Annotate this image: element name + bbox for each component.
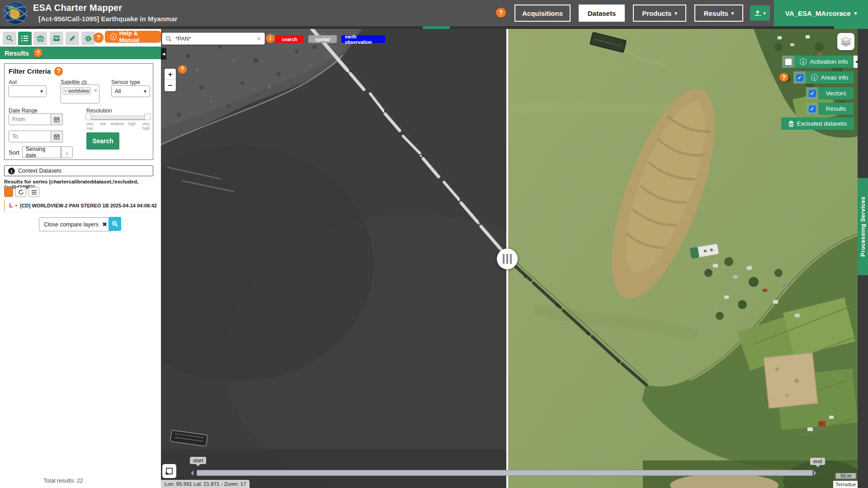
activation-info-button[interactable]: iActivation info <box>794 56 854 68</box>
resolution-ticks: very low low medium high very high <box>84 122 152 131</box>
sort-value: Sensing date <box>26 146 57 159</box>
resolution-track[interactable] <box>86 115 150 120</box>
zoom-out-button[interactable]: − <box>165 80 176 91</box>
map-attribution[interactable]: Terradue <box>833 481 858 488</box>
nav-acquisitions-button[interactable]: Acquisitions <box>514 5 571 22</box>
info-icon: i <box>8 168 15 174</box>
filter-title-label: Filter Criteria <box>9 67 51 75</box>
zoom-in-button[interactable]: + <box>165 69 176 80</box>
tab-settings[interactable] <box>81 32 95 45</box>
clear-tags-icon[interactable]: ✕ <box>94 88 98 94</box>
time-range-slider[interactable] <box>197 470 813 476</box>
satellite-tag[interactable]: ×worldview <box>62 87 91 94</box>
map-viewport[interactable]: ◀ ✕ i search spatial earth observation +… <box>161 29 858 488</box>
clear-search-icon[interactable]: ✕ <box>256 35 261 42</box>
toolbar-help-icon[interactable]: ? <box>94 33 104 42</box>
tab-basket[interactable] <box>33 32 47 45</box>
results-panel-title: Results <box>5 49 29 57</box>
nav-results-button[interactable]: Results▾ <box>694 5 743 22</box>
hamburger-icon <box>31 190 37 195</box>
date-to-input[interactable] <box>9 131 51 142</box>
map-search-input[interactable] <box>175 35 254 42</box>
tab-search[interactable] <box>3 32 16 45</box>
loading-segment <box>423 26 450 29</box>
excluded-datasets-button[interactable]: Excluded datasets <box>781 117 854 130</box>
context-datasets-button[interactable]: i Context Datasets <box>4 165 153 176</box>
panel-collapse-button[interactable]: ◀ <box>854 56 858 68</box>
header-help-icon[interactable]: ? <box>496 8 506 18</box>
close-compare-layers-button[interactable]: Close compare layers ✖ <box>39 217 112 231</box>
close-compare-label: Close compare layers <box>44 221 99 228</box>
areas-checkbox-wrap: ✓ <box>793 71 806 84</box>
badge-spatial[interactable]: spatial <box>308 35 337 43</box>
sensor-type-select[interactable]: All▾ <box>111 85 150 97</box>
sidebar-collapse-button[interactable]: ◀ <box>161 48 166 60</box>
color-satellite-image <box>507 29 858 488</box>
arrow-down-icon: ↓ <box>66 149 69 156</box>
slider-left-arrow[interactable] <box>191 470 193 476</box>
resolution-slider[interactable] <box>86 115 150 120</box>
vectors-button[interactable]: Vectors <box>818 87 854 99</box>
badge-earth-observation[interactable]: earth observation <box>341 35 385 43</box>
slider-right-arrow[interactable] <box>814 470 816 476</box>
activation-info-checkbox[interactable] <box>785 58 792 66</box>
layers-button[interactable] <box>837 33 854 50</box>
search-info-icon[interactable]: i <box>266 34 275 43</box>
nav-products-button[interactable]: Products▾ <box>633 5 686 22</box>
results-panel-header: Results ? <box>0 47 161 59</box>
date-from-input[interactable] <box>9 113 51 125</box>
processing-services-tab[interactable]: Processing Services <box>858 178 868 275</box>
result-title: [CD] WORLDVIEW-2 PAN STEREO 1B 2025-04-1… <box>20 203 157 208</box>
map-help-icon[interactable]: ? <box>178 65 187 74</box>
results-layer-button[interactable]: Results <box>818 103 854 115</box>
help-manual-button[interactable]: i Help & Manual <box>105 31 161 42</box>
app-title: ESA Charter Mapper <box>33 3 122 13</box>
areas-info-checkbox[interactable]: ✓ <box>796 74 803 81</box>
sensor-type-label: Sensor type <box>111 79 140 85</box>
tick-low: low <box>100 122 106 131</box>
badge-search-label: search <box>282 37 297 42</box>
zoom-to-compare-button[interactable] <box>108 217 121 231</box>
tab-edit[interactable] <box>66 32 79 45</box>
slider-start-label[interactable]: start <box>190 457 206 464</box>
filter-help-icon[interactable]: ? <box>54 67 63 75</box>
refresh-icon <box>18 189 24 195</box>
list-menu-button[interactable] <box>28 187 39 197</box>
upload-button[interactable]: ▾ <box>750 5 770 21</box>
result-flag: L <box>9 202 13 209</box>
refresh-button[interactable] <box>15 187 26 197</box>
chevron-down-icon: ▾ <box>731 11 734 16</box>
results-checkbox[interactable]: ✓ <box>809 105 816 113</box>
vectors-label: Vectors <box>826 90 846 97</box>
sort-select[interactable]: Sensing date <box>22 146 61 158</box>
satellite-multiselect[interactable]: ×worldview ✕ <box>61 84 99 103</box>
areas-info-button[interactable]: iAreas info <box>806 71 854 84</box>
search-button[interactable]: Search <box>86 132 119 150</box>
legend-color-button[interactable] <box>4 187 13 197</box>
info-icon: i <box>811 74 818 81</box>
calendar-icon[interactable] <box>51 113 63 125</box>
slider-end-label[interactable]: end <box>810 458 825 465</box>
resolution-handle-max[interactable] <box>145 113 151 120</box>
extent-button[interactable] <box>162 464 176 478</box>
results-help-icon[interactable]: ? <box>33 48 42 57</box>
resolution-handle-min[interactable] <box>85 113 91 120</box>
nav-datasets-button[interactable]: Datasets <box>579 5 625 22</box>
search-icon <box>165 36 172 42</box>
result-color-bar <box>4 199 5 211</box>
calendar-icon[interactable] <box>51 131 63 142</box>
sort-direction-button[interactable]: ↓ <box>61 146 73 158</box>
map-right-pane[interactable] <box>507 29 858 488</box>
vectors-checkbox[interactable]: ✓ <box>809 90 816 97</box>
list-icon <box>21 35 28 42</box>
swipe-handle[interactable] <box>497 249 518 269</box>
areas-info-label: Areas info <box>821 74 849 81</box>
tab-archive[interactable] <box>50 32 63 45</box>
tab-results-list[interactable] <box>18 32 32 45</box>
badge-search[interactable]: search <box>275 35 304 43</box>
aoi-select[interactable]: ▾ <box>9 85 47 97</box>
dataset-result-row[interactable]: L [CD] WORLDVIEW-2 PAN STEREO 1B 2025-04… <box>4 199 157 212</box>
user-menu[interactable]: VA_ESA_MArcorace ▾ <box>774 0 868 26</box>
map-left-pane[interactable] <box>161 29 507 488</box>
areas-help-icon[interactable]: ? <box>779 73 788 82</box>
